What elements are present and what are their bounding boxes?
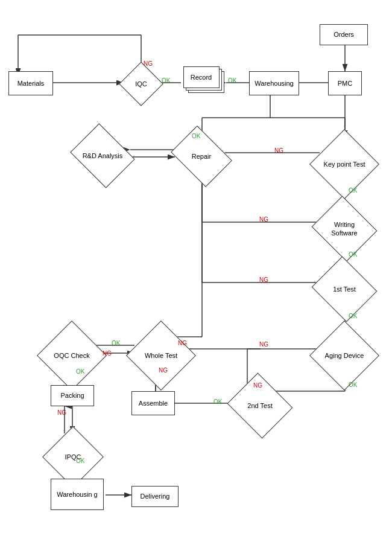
delivering-label: Delivering — [141, 492, 170, 500]
warehousing-bot-node: Warehousin g — [51, 479, 104, 510]
first-test-label: 1st Test — [333, 285, 356, 293]
whole-test-ng-down-label: NG — [159, 367, 168, 374]
keypoint-ok-label: OK — [349, 187, 357, 194]
writing-ok-label: OK — [349, 251, 357, 258]
aging-ng-label: NG — [259, 341, 268, 348]
whole-test-label: Whole Test — [145, 351, 177, 360]
ipqc-ok-label: OK — [76, 458, 84, 464]
repair-ok-label: OK — [192, 133, 200, 139]
iqc-node: IQC — [124, 66, 159, 101]
orders-label: Orders — [334, 30, 354, 39]
materials-label: Materials — [17, 79, 45, 88]
assemble-label: Assemble — [139, 399, 168, 407]
oqc-check-node: OQC Check — [45, 329, 98, 382]
rd-analysis-label: R&D Analysis — [83, 151, 123, 159]
orders-node: Orders — [320, 24, 368, 45]
writing-software-label: Writing Software — [320, 220, 368, 238]
delivering-node: Delivering — [131, 486, 179, 507]
whole-test-node: Whole Test — [134, 329, 188, 382]
second-test-ng-label: NG — [253, 382, 262, 389]
repair-node: Repair — [175, 136, 228, 177]
keypoint-ng-label: NG — [274, 147, 283, 154]
keypoint-test-node: Key point Test — [318, 138, 371, 191]
iqc-label: IQC — [135, 80, 147, 88]
packing-label: Packing — [60, 391, 84, 400]
record-ok-label: OK — [228, 77, 236, 84]
second-test-ok-label: OK — [213, 398, 222, 405]
aging-device-label: Aging Device — [325, 351, 364, 360]
aging-ok-label: OK — [349, 381, 357, 388]
record-label: Record — [191, 73, 212, 81]
iqc-ok-label: OK — [162, 77, 170, 84]
rd-analysis-node: R&D Analysis — [75, 133, 130, 178]
second-test-node: 2nd Test — [233, 382, 286, 429]
writing-software-node: Writing Software — [318, 205, 371, 252]
keypoint-test-label: Key point Test — [324, 160, 365, 168]
pmc-label: PMC — [338, 79, 352, 88]
first-test-node: 1st Test — [318, 266, 371, 313]
warehousing-top-node: Warehousing — [249, 71, 299, 95]
whole-test-ok-label: OK — [112, 340, 120, 346]
first-test-ok-label: OK — [349, 313, 357, 319]
flowchart: Orders PMC Warehousing Record Materials … — [0, 0, 392, 533]
packing-ng-label: NG — [57, 409, 66, 416]
aging-device-node: Aging Device — [318, 329, 371, 382]
materials-node: Materials — [8, 71, 53, 95]
assemble-node: Assemble — [131, 391, 175, 415]
warehousing-top-label: Warehousing — [254, 79, 293, 88]
oqc-ok-label: OK — [76, 368, 84, 375]
repair-label: Repair — [192, 152, 211, 161]
first-test-ng-label: NG — [259, 276, 268, 283]
oqc-check-label: OQC Check — [54, 351, 89, 360]
warehousing-bot-label: Warehousin g — [57, 490, 97, 499]
second-test-label: 2nd Test — [247, 401, 272, 410]
pmc-node: PMC — [328, 71, 362, 95]
ipqc-node: IPQC — [49, 433, 96, 480]
record-node: Record — [181, 68, 226, 99]
oqc-ng-label: NG — [103, 350, 112, 357]
whole-test-ng-right-label: NG — [178, 340, 187, 346]
iqc-ng-label: NG — [144, 60, 153, 67]
writing-ng-label: NG — [259, 216, 268, 223]
packing-node: Packing — [51, 385, 94, 406]
